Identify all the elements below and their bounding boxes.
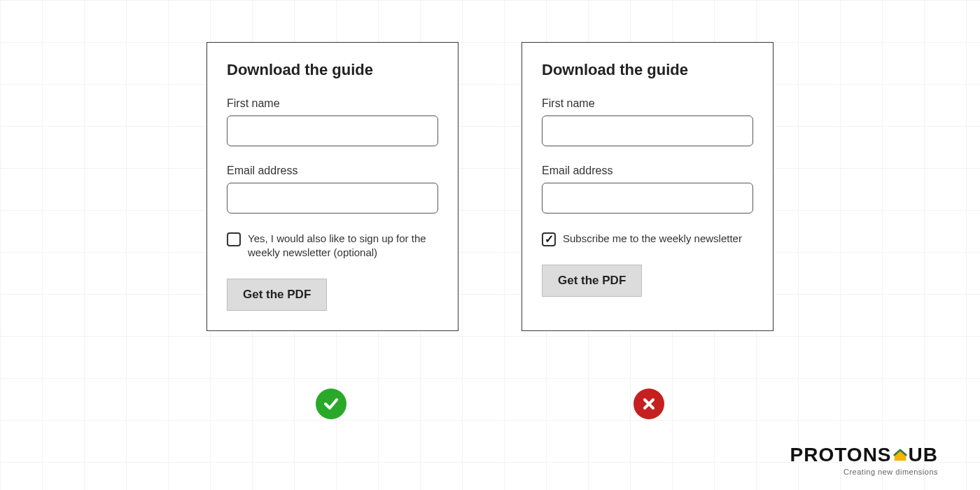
form-title: Download the guide bbox=[542, 61, 753, 79]
first-name-label: First name bbox=[227, 97, 438, 110]
house-icon bbox=[892, 447, 908, 463]
verdict-bad-icon bbox=[634, 388, 664, 419]
check-icon bbox=[323, 396, 340, 412]
brand-name: PROTONSUB bbox=[790, 444, 938, 466]
submit-button[interactable]: Get the PDF bbox=[542, 265, 642, 297]
first-name-field: First name bbox=[542, 97, 753, 146]
email-label: Email address bbox=[542, 164, 753, 177]
newsletter-checkbox-label: Yes, I would also like to sign up for th… bbox=[248, 232, 438, 260]
newsletter-checkbox-row: Yes, I would also like to sign up for th… bbox=[227, 232, 438, 260]
brand-tagline: Creating new dimensions bbox=[790, 468, 938, 476]
newsletter-checkbox[interactable] bbox=[542, 232, 556, 246]
form-panel-good: Download the guide First name Email addr… bbox=[206, 42, 458, 331]
form-title: Download the guide bbox=[227, 61, 438, 79]
brand-logo: PROTONSUB Creating new dimensions bbox=[790, 444, 938, 476]
brand-name-left: PROTONS bbox=[790, 444, 892, 465]
email-input[interactable] bbox=[227, 183, 438, 214]
verdict-good-icon bbox=[316, 388, 346, 419]
first-name-field: First name bbox=[227, 97, 438, 146]
submit-button[interactable]: Get the PDF bbox=[227, 279, 327, 311]
verdict-row bbox=[0, 388, 980, 419]
newsletter-checkbox-label: Subscribe me to the weekly newsletter bbox=[563, 232, 742, 246]
email-field: Email address bbox=[227, 164, 438, 214]
newsletter-checkbox-row: Subscribe me to the weekly newsletter bbox=[542, 232, 753, 246]
first-name-input[interactable] bbox=[227, 115, 438, 146]
brand-name-right: UB bbox=[909, 444, 938, 465]
email-input[interactable] bbox=[542, 183, 753, 214]
form-panel-bad: Download the guide First name Email addr… bbox=[522, 42, 774, 331]
email-field: Email address bbox=[542, 164, 753, 214]
newsletter-checkbox[interactable] bbox=[227, 232, 241, 246]
cross-icon bbox=[640, 396, 657, 412]
comparison-panels: Download the guide First name Email addr… bbox=[0, 42, 980, 331]
first-name-input[interactable] bbox=[542, 115, 753, 146]
email-label: Email address bbox=[227, 164, 438, 177]
first-name-label: First name bbox=[542, 97, 753, 110]
